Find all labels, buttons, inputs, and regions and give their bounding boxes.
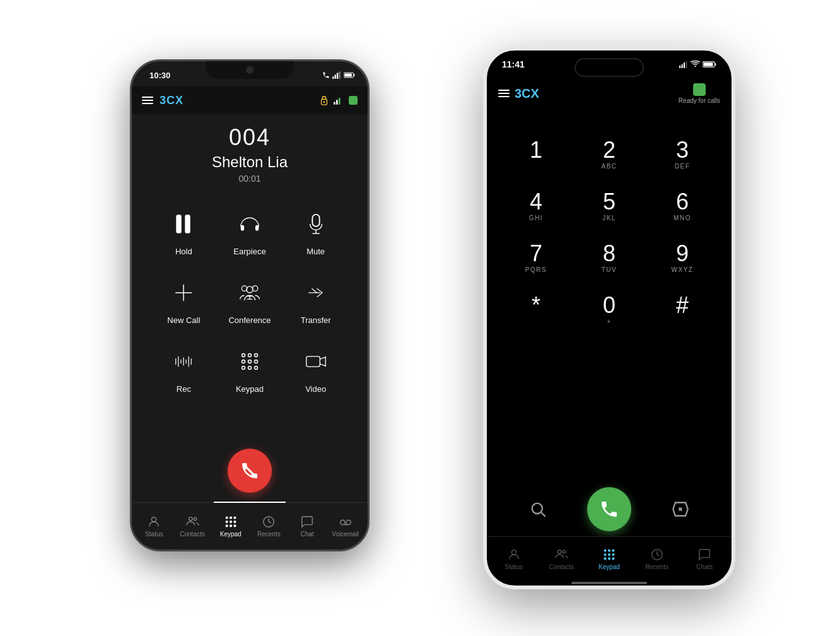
svg-point-57 <box>234 525 236 527</box>
dial-key-3[interactable]: 3DEF <box>646 132 719 178</box>
svg-rect-13 <box>177 215 181 233</box>
svg-rect-63 <box>682 64 683 68</box>
svg-point-73 <box>511 550 516 554</box>
nav-status[interactable]: Status <box>135 515 173 538</box>
hold-button[interactable]: Hold <box>151 206 217 256</box>
ready-for-calls: Ready for calls <box>679 83 720 104</box>
earpiece-button[interactable]: Earpiece <box>217 206 283 256</box>
dial-key-6[interactable]: 6MNO <box>646 184 719 230</box>
search-icon <box>529 500 547 518</box>
hold-label: Hold <box>175 247 192 256</box>
svg-rect-64 <box>684 62 685 68</box>
dial-key-2[interactable]: 2ABC <box>573 132 646 178</box>
dial-digit: 5 <box>603 191 615 213</box>
svg-rect-5 <box>354 74 354 76</box>
dial-key-4[interactable]: 4GHI <box>499 184 573 230</box>
conference-button[interactable]: Conference <box>217 275 283 325</box>
svg-point-53 <box>230 521 231 523</box>
call-duration: 00:01 <box>132 174 368 184</box>
dial-digit: 0 <box>603 294 615 317</box>
status-green-icon <box>349 96 358 105</box>
nav-contacts[interactable]: Contacts <box>173 515 212 538</box>
rec-button[interactable]: Rec <box>151 344 217 394</box>
nav-voicemail[interactable]: Voicemail <box>326 515 365 538</box>
nav-recents-label: Recents <box>257 531 281 538</box>
nav-recents[interactable]: Recents <box>250 515 288 538</box>
svg-point-55 <box>226 525 228 527</box>
svg-point-59 <box>340 520 344 524</box>
svg-rect-2 <box>337 73 338 79</box>
keypad-icon <box>232 344 267 379</box>
svg-point-50 <box>230 517 231 519</box>
phone2-logo: 3CX <box>515 86 539 101</box>
end-call-icon <box>240 461 260 481</box>
phone1-nav: Status Contacts <box>132 502 368 550</box>
p2-menu-icon[interactable] <box>498 90 510 97</box>
nav-keypad[interactable]: Keypad <box>211 515 250 538</box>
video-button[interactable]: Video <box>283 344 349 394</box>
new-call-label: New Call <box>167 315 200 325</box>
svg-point-84 <box>612 558 614 560</box>
svg-rect-3 <box>339 71 341 79</box>
keypad-button[interactable]: Keypad <box>217 344 283 394</box>
dial-key-#[interactable]: # <box>646 288 719 333</box>
nav-contacts-label: Contacts <box>180 531 204 538</box>
dial-digit: 7 <box>530 242 542 265</box>
p2-nav-recents-label: Recents <box>645 563 668 570</box>
svg-rect-0 <box>332 76 334 79</box>
phone2-status-icons <box>679 61 716 68</box>
p2-signal-icon <box>679 61 688 68</box>
keypad-label: Keypad <box>236 384 264 394</box>
new-call-button[interactable]: New Call <box>151 275 217 325</box>
svg-point-48 <box>194 517 197 521</box>
svg-point-60 <box>346 520 351 524</box>
battery-icon <box>344 71 355 79</box>
p2-nav-keypad[interactable]: Keypad <box>585 548 633 570</box>
p2-nav-status-label: Status <box>505 563 523 570</box>
dial-key-1[interactable]: 1 <box>499 132 573 178</box>
dial-letters: + <box>607 318 611 327</box>
svg-rect-23 <box>247 295 253 297</box>
end-call-button[interactable] <box>228 449 272 493</box>
p2-nav-chats[interactable]: Chats <box>680 548 728 570</box>
svg-point-39 <box>248 360 251 363</box>
dial-digit: 3 <box>676 139 689 162</box>
svg-point-77 <box>609 550 610 551</box>
search-button[interactable] <box>522 493 554 525</box>
mute-button[interactable]: Mute <box>283 206 349 256</box>
menu-icon[interactable] <box>142 97 153 104</box>
svg-line-70 <box>542 512 545 516</box>
dial-key-5[interactable]: 5JKL <box>573 184 646 230</box>
ready-text: Ready for calls <box>679 97 720 104</box>
svg-point-52 <box>226 521 228 523</box>
svg-point-41 <box>242 367 245 370</box>
dial-call-icon <box>599 499 619 519</box>
transfer-button[interactable]: Transfer <box>283 275 349 325</box>
lock-icon <box>320 95 329 105</box>
delete-icon <box>672 500 689 518</box>
dial-key-8[interactable]: 8TUV <box>573 236 646 281</box>
phone2-header: 3CX Ready for calls <box>487 80 732 107</box>
svg-rect-10 <box>336 100 338 104</box>
phone1-logo: 3CX <box>160 94 184 107</box>
nav-status-label: Status <box>145 531 163 538</box>
dial-key-9[interactable]: 9WXYZ <box>646 236 719 281</box>
dial-letters: MNO <box>674 215 691 223</box>
dial-key-7[interactable]: 7PQRS <box>499 236 573 281</box>
delete-button[interactable] <box>665 493 696 525</box>
dial-call-button[interactable] <box>587 487 631 531</box>
dial-key-*[interactable]: * <box>499 288 573 333</box>
p2-nav-recents[interactable]: Recents <box>633 548 681 570</box>
dial-key-0[interactable]: 0+ <box>573 288 646 333</box>
signal-icon <box>332 71 341 79</box>
nav-chat[interactable]: Chat <box>288 515 327 538</box>
dial-digit: 8 <box>603 242 615 265</box>
p2-nav-contacts[interactable]: Contacts <box>538 548 586 570</box>
svg-point-74 <box>558 550 562 553</box>
svg-point-83 <box>609 558 610 560</box>
svg-point-75 <box>563 550 566 553</box>
svg-point-43 <box>254 367 257 370</box>
phone2-time: 11:41 <box>502 59 525 69</box>
p2-nav-status[interactable]: Status <box>490 548 538 570</box>
dialpad: 12ABC3DEF4GHI5JKL6MNO7PQRS8TUV9WXYZ*0+# <box>487 132 732 333</box>
